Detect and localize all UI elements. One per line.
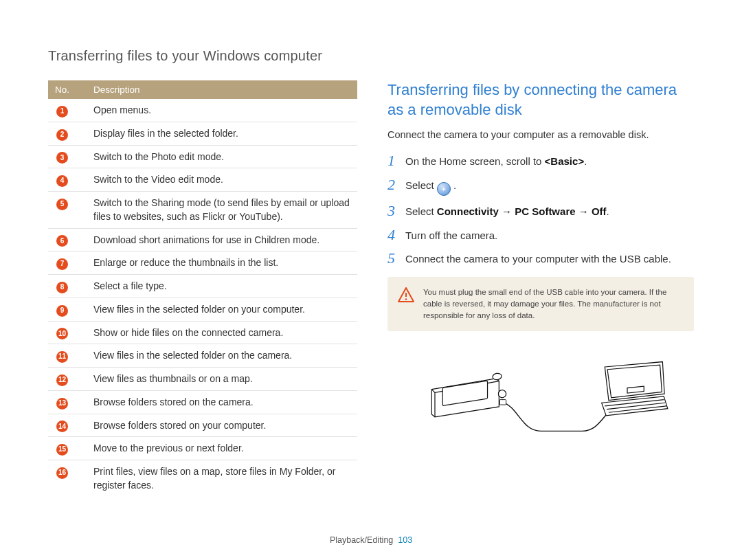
warning-icon [397,287,415,303]
callout-description: View files as thumbnails or on a map. [87,368,357,391]
warning-text: You must plug the small end of the USB c… [423,288,666,320]
section-intro: Connect the camera to your computer as a… [387,129,694,140]
callout-number-badge: 11 [56,351,68,363]
page-title: Transferring files to your Windows compu… [48,48,694,64]
callout-description: View files in the selected folder on the… [87,344,357,368]
callout-number-badge: 3 [56,152,68,164]
step-text: Turn off the camera. [405,227,694,244]
section-heading: Transferring files by connecting the cam… [387,80,694,120]
callout-description: Open menus. [87,99,357,122]
step-text: Connect the camera to your computer with… [405,250,694,267]
callout-description: Download short animations for use in Chi… [87,228,357,251]
callout-number-badge: 2 [56,129,68,141]
step-3: 3 Select Connectivity → PC Software → Of… [387,203,694,220]
callout-description: View files in the selected folder on you… [87,298,357,321]
step-1: 1 On the Home screen, scroll to <Basic>. [387,153,694,170]
callout-number-badge: 16 [56,467,68,479]
step-text-post: . [584,155,587,167]
callout-description: Select a file type. [87,275,357,298]
table-row: 1Open menus. [48,99,357,122]
callout-number-badge: 7 [56,258,68,270]
callout-description: Move to the previous or next folder. [87,437,357,460]
callout-number-badge: 14 [56,421,68,432]
steps-list: 1 On the Home screen, scroll to <Basic>.… [387,153,694,267]
step-number: 2 [387,177,398,193]
callout-description: Browse folders stored on the camera. [87,390,357,414]
table-row: 13Browse folders stored on the camera. [48,390,357,414]
step-text-post: . [607,205,609,217]
connection-illustration [387,348,694,444]
page-footer: Playback/Editing 103 [0,535,742,545]
table-row: 10Show or hide files on the connected ca… [48,321,357,344]
table-row: 16Print files, view files on a map, stor… [48,460,357,497]
callout-number-badge: 5 [56,199,68,210]
step-number: 5 [387,250,398,267]
callout-number-badge: 1 [56,106,68,117]
step-text-pre: Select [405,179,437,191]
table-row: 11View files in the selected folder on t… [48,344,357,368]
callout-number-badge: 10 [56,328,68,339]
step-number: 3 [387,203,398,219]
svg-point-4 [498,390,506,398]
step-2: 2 Select . [387,177,694,197]
step-5: 5 Connect the camera to your computer wi… [387,250,694,267]
svg-point-1 [405,298,407,300]
table-row: 6Download short animations for use in Ch… [48,228,357,251]
step-text-bold: Connectivity → PC Software → Off [437,205,607,217]
col-header-no: No. [48,80,87,99]
step-text-pre: Select [405,205,437,217]
svg-rect-5 [499,400,506,405]
settings-icon [437,182,451,196]
step-4: 4 Turn off the camera. [387,227,694,244]
callout-number-badge: 8 [56,282,68,293]
page-number: 103 [398,535,412,545]
svg-point-3 [492,373,502,381]
table-row: 5Switch to the Sharing mode (to send fil… [48,192,357,229]
callout-number-badge: 6 [56,235,68,247]
table-row: 14Browse folders stored on your computer… [48,414,357,437]
callout-number-badge: 15 [56,444,68,456]
table-row: 4Switch to the Video edit mode. [48,168,357,192]
callout-description: Switch to the Video edit mode. [87,168,357,192]
callout-number-badge: 13 [56,398,68,410]
callout-description: Display files in the selected folder. [87,122,357,145]
callout-description: Print files, view files on a map, store … [87,460,357,497]
table-row: 8Select a file type. [48,275,357,298]
table-row: 12View files as thumbnails or on a map. [48,368,357,391]
step-number: 4 [387,227,398,243]
callout-description: Show or hide files on the connected came… [87,321,357,344]
col-header-description: Description [87,80,357,99]
step-text-post: . [453,179,456,191]
footer-section-label: Playback/Editing [330,535,393,545]
table-row: 9View files in the selected folder on yo… [48,298,357,321]
callout-number-badge: 12 [56,374,68,386]
description-table: No. Description 1Open menus.2Display fil… [48,80,357,497]
callout-number-badge: 9 [56,305,68,317]
callout-description: Browse folders stored on your computer. [87,414,357,437]
table-row: 15Move to the previous or next folder. [48,437,357,460]
step-text-pre: On the Home screen, scroll to [405,155,545,167]
callout-description: Switch to the Photo edit mode. [87,145,357,168]
callout-description: Switch to the Sharing mode (to send file… [87,192,357,229]
warning-box: You must plug the small end of the USB c… [387,277,694,332]
table-row: 2Display files in the selected folder. [48,122,357,145]
description-table-container: No. Description 1Open menus.2Display fil… [48,80,357,497]
callout-number-badge: 4 [56,175,68,187]
table-row: 3Switch to the Photo edit mode. [48,145,357,168]
step-text-bold: <Basic> [545,155,585,167]
callout-description: Enlarge or reduce the thumbnails in the … [87,251,357,275]
step-number: 1 [387,153,398,169]
table-row: 7Enlarge or reduce the thumbnails in the… [48,251,357,275]
